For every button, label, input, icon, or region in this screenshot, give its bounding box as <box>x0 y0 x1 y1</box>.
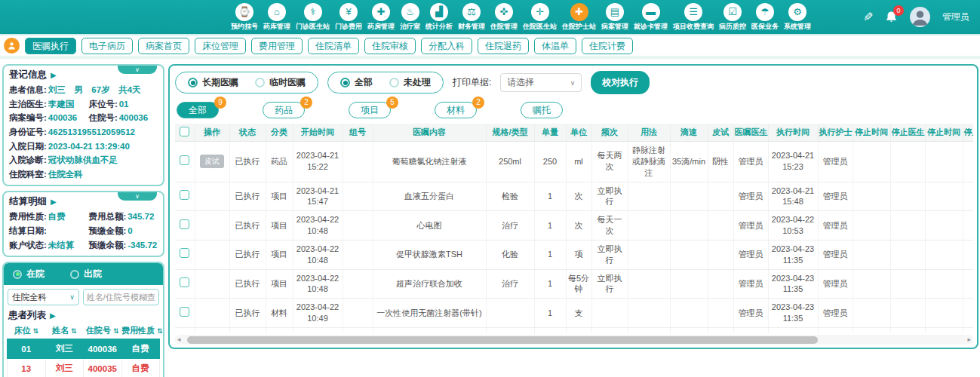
module-tabs-row: 医嘱执行电子病历病案首页床位管理费用管理住院清单住院审核分配入科住院退药体温单住… <box>0 34 980 59</box>
unprocessed-radio[interactable]: 未处理 <box>389 76 431 89</box>
filter-material[interactable]: 材料 2 <box>435 102 477 118</box>
row-checkbox[interactable] <box>180 307 189 317</box>
scroll-right-icon[interactable]: ▸ <box>967 336 971 343</box>
nav-item-treatment-room[interactable]: ♨ 治疗室 <box>400 3 420 32</box>
patient-column-header[interactable]: 费用性质 ⇅ <box>121 323 160 339</box>
nav-item-insurance[interactable]: ☂ 医保业务 <box>751 3 779 32</box>
nurse-station-icon <box>4 38 20 54</box>
tab-record-homepage[interactable]: 病案首页 <box>138 38 189 54</box>
patient-column-header[interactable]: 住院号 ⇅ <box>84 323 122 339</box>
patient-column-header[interactable]: 床位 ⇅ <box>8 323 46 339</box>
radio-icon <box>70 270 79 279</box>
row-checkbox[interactable] <box>180 219 189 229</box>
tab-assign-dept[interactable]: 分配入科 <box>421 38 472 54</box>
field-label: 患者信息: <box>9 83 47 97</box>
nav-item-pharmacy[interactable]: ✚ 药房管理 <box>367 3 395 32</box>
collapse-chevron-icon[interactable]: ∨ <box>118 66 157 74</box>
tab-order-execution[interactable]: 医嘱执行 <box>25 38 76 54</box>
radio-icon <box>389 78 399 87</box>
column-header: 滴速 <box>670 124 708 142</box>
field-label: 结算日期: <box>9 224 47 238</box>
nav-item-statistics[interactable]: ▟ 统计分析 <box>425 3 453 32</box>
patient-list-panel: 在院 出院 住院全科∨ 患者列表▶ 床位 ⇅姓名 ⇅住院号 ⇅费用性质 ⇅ 01… <box>2 262 164 377</box>
column-header: 医嘱内容 <box>373 124 486 142</box>
nav-item-inpatient-doctor[interactable]: ✛ 住院医生站 <box>523 3 557 32</box>
row-checkbox[interactable] <box>180 155 189 165</box>
print-receipt-select[interactable]: 请选择∨ <box>500 73 582 92</box>
order-row[interactable]: 已执行项目2023-04-22 10:48促甲状腺激素TSH化验1项立即执行管理… <box>175 240 973 269</box>
discharged-radio[interactable]: 出院 <box>70 268 102 280</box>
sidebar: ∨ 登记信息▶ 患者信息:刘三 男 67岁 共4天 主治医生:李建国 床位号:0… <box>2 64 164 377</box>
all-status-radio[interactable]: 全部 <box>340 76 373 89</box>
filter-project[interactable]: 项目 5 <box>349 102 391 118</box>
order-row[interactable]: 已执行项目2023-04-22 10:48心电图治疗1次每天一次管理员2023-… <box>175 211 973 241</box>
edit-pencil-icon[interactable]: ✎ <box>863 10 873 24</box>
patient-row[interactable]: 01刘三400036自费 <box>8 339 160 359</box>
nav-item-drug-storehouse[interactable]: ⌂ 药库管理 <box>263 3 290 32</box>
nav-item-inpatient-mgmt[interactable]: ✜ 住院管理 <box>490 3 518 32</box>
scroll-left-icon[interactable]: ◂ <box>177 336 181 343</box>
in-hospital-radio[interactable]: 在院 <box>13 268 45 280</box>
user-name: 管理员 <box>942 11 969 23</box>
scales-icon: ⚖ <box>467 7 476 17</box>
column-header: 操作 <box>195 124 229 142</box>
order-row[interactable]: 已执行项目2023-04-21 15:47血液五分蛋白检验1次立即执行管理员20… <box>175 182 973 211</box>
collapse-chevron-icon[interactable]: ∨ <box>118 192 157 201</box>
tab-bed-mgmt[interactable]: 床位管理 <box>195 38 246 54</box>
body: ∨ 登记信息▶ 患者信息:刘三 男 67岁 共4天 主治医生:李建国 床位号:0… <box>0 59 980 377</box>
orders-scrollbar[interactable]: ◂ ▸ <box>175 335 973 345</box>
tab-inpatient-billing[interactable]: 住院计费 <box>582 38 633 54</box>
scrollbar-thumb[interactable] <box>187 336 818 344</box>
verify-execute-button[interactable]: 校对执行 <box>591 71 650 94</box>
order-row[interactable]: 已执行材料2023-04-22 10:51一次性使用无菌注射器(带针)1支管理员… <box>175 327 973 333</box>
nav-item-outpatient-fee[interactable]: ¥ 门诊费用 <box>335 3 362 32</box>
patient-column-header[interactable]: 姓名 ⇅ <box>45 323 84 339</box>
long-term-order-radio[interactable]: 长期医嘱 <box>188 76 238 89</box>
nav-item-record-qc[interactable]: ☑ 病历质控 <box>719 3 746 32</box>
chevron-down-icon: ∨ <box>570 79 576 87</box>
nav-item-system[interactable]: ⚙ 系统管理 <box>784 3 811 32</box>
nav-item-visit-card[interactable]: ▬ 就诊卡管理 <box>634 3 668 32</box>
order-row[interactable]: 皮试已执行药品2023-04-21 15:22葡萄糖氯化钠注射液250ml250… <box>175 142 973 182</box>
order-row[interactable]: 已执行材料2023-04-22 10:49一次性使用无菌注射器(带针)1支管理员… <box>175 299 973 328</box>
column-header: 状态 <box>229 124 266 142</box>
patient-search-input[interactable] <box>83 289 159 305</box>
department-select[interactable]: 住院全科∨ <box>8 289 79 305</box>
tab-emr[interactable]: 电子病历 <box>81 38 133 54</box>
temporary-order-radio[interactable]: 临时医嘱 <box>255 76 306 89</box>
print-receipt-label: 打印单据: <box>453 76 491 89</box>
treatment-icon: ♨ <box>406 7 415 17</box>
nav-item-finance[interactable]: ⚖ 财务管理 <box>458 3 485 32</box>
avatar[interactable] <box>910 7 930 27</box>
count-badge: 2 <box>300 97 312 109</box>
tab-temperature-sheet[interactable]: 体温单 <box>534 38 576 54</box>
filter-all[interactable]: 全部 9 <box>177 102 219 118</box>
column-header: 规格/类型 <box>486 124 534 142</box>
nav-item-fee-query[interactable]: ☰ 项目收费查询 <box>673 3 714 32</box>
tab-inpatient-list[interactable]: 住院清单 <box>308 38 359 54</box>
row-checkbox[interactable] <box>180 277 189 287</box>
select-all-checkbox[interactable] <box>180 127 189 136</box>
filter-entrust[interactable]: 嘱托 <box>521 102 563 118</box>
document-icon: ▤ <box>610 7 619 17</box>
column-header: 开始时间 <box>293 124 343 142</box>
tab-drug-return[interactable]: 住院退药 <box>478 38 529 54</box>
nav-item-outpatient-doctor[interactable]: ⚕ 门诊医生站 <box>296 3 330 32</box>
bed-icon: ✜ <box>500 7 508 17</box>
nav-item-medical-records[interactable]: ▤ 病案管理 <box>601 3 628 32</box>
tab-inpatient-audit[interactable]: 住院审核 <box>364 38 416 54</box>
nav-item-inpatient-nurse[interactable]: ✚ 住院护士站 <box>562 3 596 32</box>
top-navigation: ⌚ 预约挂号 ⌂ 药库管理 ⚕ 门诊医生站 ¥ 门诊费用 ✚ 药房管理 ♨ 治疗… <box>0 0 980 34</box>
nav-item-appointment[interactable]: ⌚ 预约挂号 <box>231 3 258 32</box>
row-checkbox[interactable] <box>180 248 189 258</box>
sort-icon: ⇅ <box>71 327 77 335</box>
patient-row[interactable]: 13刘三400035自费 <box>8 359 160 377</box>
tab-fee-mgmt[interactable]: 费用管理 <box>251 38 303 54</box>
row-checkbox[interactable] <box>180 190 189 200</box>
skin-test-button[interactable]: 皮试 <box>200 155 224 168</box>
notifications-button[interactable]: 0 <box>885 11 898 23</box>
order-row[interactable]: 已执行项目2023-04-22 10:48超声治疗联合加收治疗1每5分钟立即执行… <box>175 269 973 299</box>
settlement-panel: ∨ 结算明细▶ 费用性质:自费 费用总额:345.72 结算日期: 预缴金额:0… <box>2 191 164 257</box>
field-value: -345.72 <box>127 238 157 253</box>
filter-drug[interactable]: 药品 2 <box>263 102 305 118</box>
